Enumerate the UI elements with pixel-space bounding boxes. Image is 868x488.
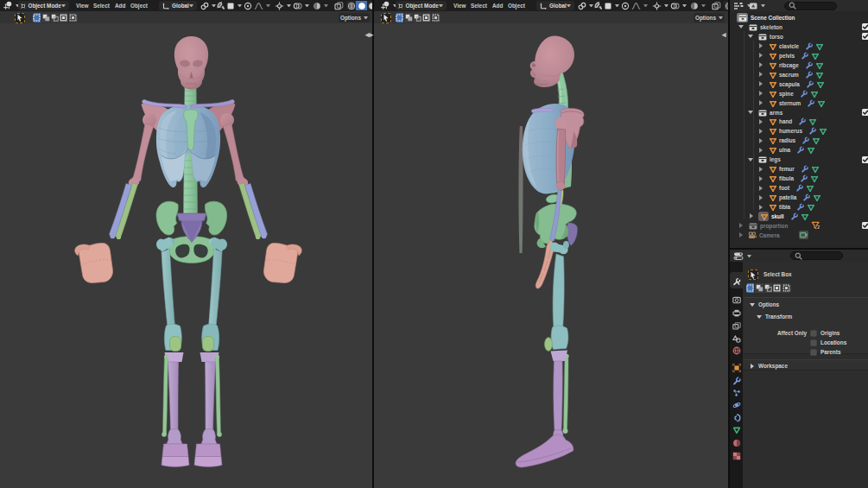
svg-text:2: 2: [818, 225, 820, 231]
